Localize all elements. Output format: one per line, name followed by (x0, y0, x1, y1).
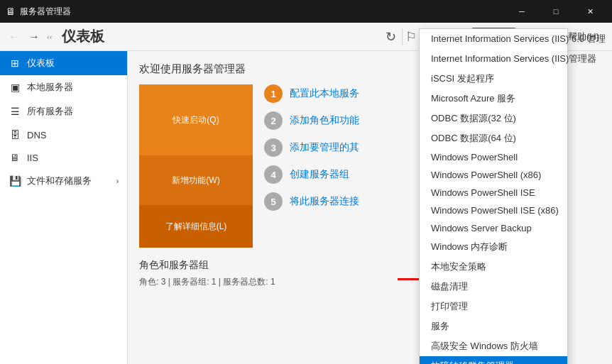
back-button[interactable]: ← (6, 28, 23, 45)
toolbar-separator (402, 28, 403, 45)
step-num-2: 2 (264, 111, 283, 130)
sidebar-label-dashboard: 仪表板 (27, 57, 55, 70)
sidebar-label-dns: DNS (27, 130, 46, 140)
sidebar-item-dns[interactable]: 🗄 DNS (0, 123, 127, 146)
tile-quick-start-label: 快速启动(Q) (173, 114, 219, 126)
dropdown-item[interactable]: ODBC 数据源(32 位) (420, 109, 567, 128)
chevron-right-icon: › (116, 177, 119, 185)
dropdown-item[interactable]: 打印管理 (420, 297, 567, 316)
dropdown-item[interactable]: ODBC 数据源(64 位) (420, 128, 567, 148)
tile-new-features[interactable]: 新增功能(W) (139, 155, 253, 205)
sidebar-item-dashboard[interactable]: ⊞ 仪表板 (0, 51, 127, 75)
dropdown-item[interactable]: Windows Server Backup (420, 219, 567, 237)
app-icon: 🖥 (6, 6, 16, 17)
dropdown-item[interactable]: 磁盘清理 (420, 277, 567, 297)
sidebar-label-local-server: 本地服务器 (27, 81, 73, 94)
tile-learn-more-label: 了解详细信息(L) (165, 221, 227, 233)
all-servers-icon: ☰ (9, 106, 21, 117)
step-link-3[interactable]: 添加要管理的其 (290, 141, 359, 154)
dropdown-item[interactable]: 本地安全策略 (420, 257, 567, 277)
dropdown-item[interactable]: Windows PowerShell (x86) (420, 166, 567, 184)
titlebar-controls: ─ □ ✕ (506, 0, 606, 23)
sidebar-item-all-servers[interactable]: ☰ 所有服务器 (0, 99, 127, 123)
sidebar-label-iis: IIS (27, 153, 38, 163)
titlebar-title: 服务器管理器 (20, 6, 506, 18)
file-storage-icon: 💾 (9, 175, 21, 187)
step-num-1: 1 (264, 84, 283, 103)
iis-icon: 🖥 (9, 152, 21, 163)
tools-dropdown: Internet Information Services (IIS) 6.0 … (419, 28, 568, 364)
refresh-icon[interactable]: ↻ (386, 29, 396, 45)
maximize-button[interactable]: □ (540, 0, 572, 23)
forward-button[interactable]: → (26, 28, 43, 45)
nav-dots: ‹‹ (47, 33, 52, 41)
dropdown-item[interactable]: Internet Information Services (IIS) 6.0 … (420, 29, 567, 49)
dropdown-item[interactable]: Windows PowerShell (420, 148, 567, 166)
dropdown-item[interactable]: 服务 (420, 316, 567, 336)
dropdown-item[interactable]: Windows PowerShell ISE (x86) (420, 202, 567, 219)
step-num-4: 4 (264, 165, 283, 184)
close-button[interactable]: ✕ (574, 0, 606, 23)
step-num-3: 3 (264, 138, 283, 157)
step-link-2[interactable]: 添加角色和功能 (290, 114, 359, 127)
dropdown-item[interactable]: Internet Information Services (IIS)管理器 (420, 49, 567, 69)
tile-new-features-label: 新增功能(W) (172, 175, 219, 187)
dns-icon: 🗄 (9, 129, 21, 140)
step-link-1[interactable]: 配置此本地服务 (290, 87, 359, 100)
toolbar-title: 仪表板 (62, 27, 104, 46)
dropdown-item[interactable]: 高级安全 Windows 防火墙 (420, 336, 567, 356)
dropdown-item[interactable]: Microsoft Azure 服务 (420, 89, 567, 109)
dashboard-icon: ⊞ (9, 57, 21, 69)
tiles-container: 快速启动(Q) 新增功能(W) 了解详细信息(L) (139, 84, 253, 248)
titlebar: 🖥 服务器管理器 ─ □ ✕ (0, 0, 612, 23)
toolbar-right: ↻ ⚐ (386, 28, 422, 45)
step-link-5[interactable]: 将此服务器连接 (290, 195, 359, 208)
dropdown-item[interactable]: iSCSI 发起程序 (420, 69, 567, 89)
flag-icon[interactable]: ⚐ (405, 29, 417, 45)
dropdown-item[interactable]: Windows 内存诊断 (420, 237, 567, 257)
sidebar-label-file-storage: 文件和存储服务 (27, 175, 92, 187)
tile-learn-more[interactable]: 了解详细信息(L) (139, 205, 253, 248)
sidebar-label-all-servers: 所有服务器 (27, 105, 73, 118)
local-server-icon: ▣ (9, 82, 21, 93)
sidebar-item-file-storage[interactable]: 💾 文件和存储服务 › (0, 169, 127, 193)
tile-quick-start[interactable]: 快速启动(Q) (139, 84, 253, 155)
dropdown-item[interactable]: 故障转移群集管理器 (420, 356, 567, 364)
step-num-5: 5 (264, 192, 283, 211)
sidebar-item-local-server[interactable]: ▣ 本地服务器 (0, 75, 127, 99)
minimize-button[interactable]: ─ (506, 0, 538, 23)
dropdown-item[interactable]: Windows PowerShell ISE (420, 184, 567, 202)
sidebar: ⊞ 仪表板 ▣ 本地服务器 ☰ 所有服务器 🗄 DNS 🖥 IIS 💾 文件和 (0, 51, 128, 364)
sidebar-item-iis[interactable]: 🖥 IIS (0, 146, 127, 169)
step-link-4[interactable]: 创建服务器组 (290, 168, 349, 181)
